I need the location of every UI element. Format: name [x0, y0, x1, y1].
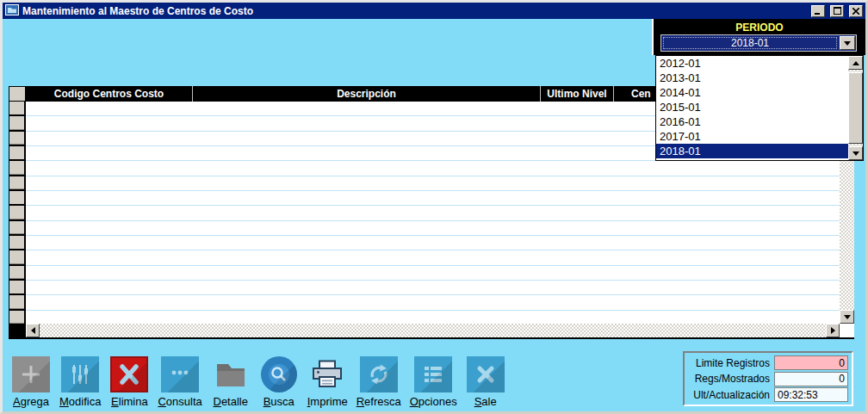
plus-icon — [12, 356, 50, 392]
dropdown-scroll-thumb[interactable] — [848, 72, 863, 144]
regs-mostrados-label: Regs/Mostrados — [688, 373, 774, 385]
sliders-icon — [61, 356, 99, 392]
exit-x-icon — [467, 356, 505, 392]
ult-actualizacion-field: 09:32:53 — [774, 387, 848, 402]
button-label: Busca — [264, 395, 294, 408]
periodo-option[interactable]: 2014-01 — [656, 85, 848, 100]
imprime-button[interactable]: Imprime — [307, 356, 348, 408]
scroll-down-button[interactable] — [840, 310, 854, 324]
horizontal-scroll-track[interactable] — [40, 324, 826, 337]
periodo-dropdown-button[interactable] — [840, 36, 855, 50]
column-header-codigo[interactable]: Codigo Centros Costo — [26, 86, 192, 102]
limite-registros-field: 0 — [774, 355, 848, 370]
app-window: Mantenimiento al Maestro de Centros de C… — [0, 0, 868, 414]
maximize-button[interactable] — [830, 5, 844, 17]
regs-mostrados-row: Regs/Mostrados 0 — [688, 372, 848, 386]
status-panel: Limite Registros 0 Regs/Mostrados 0 Ult/… — [683, 351, 853, 406]
detalle-button[interactable]: Detalle — [211, 356, 251, 408]
periodo-dropdown-list: 2012-012013-012014-012015-012016-012017-… — [655, 55, 864, 161]
dropdown-scroll-track[interactable] — [848, 70, 863, 146]
periodo-option[interactable]: 2016-01 — [656, 114, 848, 129]
periodo-option[interactable]: 2015-01 — [656, 100, 848, 114]
elimina-button[interactable]: Elimina — [109, 356, 149, 408]
close-icon — [852, 8, 859, 15]
button-label: Modifica — [59, 395, 101, 408]
dropdown-scroll-down-button[interactable] — [848, 146, 863, 160]
column-header-ultimo-nivel[interactable]: Ultimo Nivel — [540, 86, 613, 102]
periodo-selected-value: 2018-01 — [661, 35, 839, 51]
arrow-left-icon — [31, 327, 35, 334]
refresca-button[interactable]: Refresca — [356, 356, 401, 408]
button-label: Elimina — [111, 395, 148, 408]
close-button[interactable] — [849, 5, 863, 17]
consulta-button[interactable]: Consulta — [158, 356, 202, 408]
button-label: Consulta — [158, 395, 202, 408]
regs-mostrados-field: 0 — [774, 372, 848, 386]
scrollbar-corner-black — [9, 324, 26, 337]
column-header-descripcion[interactable]: Descripción — [192, 86, 540, 102]
periodo-option[interactable]: 2013-01 — [656, 71, 848, 85]
toolbar: Agrega Modifica Elimina Consulta — [11, 356, 505, 408]
printer-icon — [308, 356, 346, 392]
periodo-option[interactable]: 2017-01 — [656, 129, 848, 144]
sale-button[interactable]: Sale — [466, 356, 505, 408]
limite-registros-label: Limite Registros — [688, 357, 774, 369]
ult-actualizacion-label: Ult/Actualización — [688, 389, 774, 401]
arrow-up-icon — [852, 61, 859, 65]
title-bar: Mantenimiento al Maestro de Centros de C… — [3, 3, 865, 19]
ellipsis-icon — [161, 356, 199, 392]
busca-button[interactable]: Busca — [259, 356, 299, 408]
arrow-right-icon — [831, 327, 835, 334]
minimize-button[interactable] — [811, 5, 825, 17]
folder-icon — [5, 3, 19, 19]
grid-horizontal-scrollbar[interactable] — [9, 324, 840, 337]
arrow-down-icon — [852, 151, 859, 156]
button-label: Refresca — [356, 395, 401, 408]
opciones-button[interactable]: Opciones — [410, 356, 457, 408]
chevron-down-icon — [844, 41, 851, 46]
dropdown-scrollbar[interactable] — [848, 56, 863, 160]
limite-registros-row: Limite Registros 0 — [688, 355, 848, 370]
button-label: Sale — [474, 395, 497, 408]
agrega-button[interactable]: Agrega — [11, 356, 51, 408]
dropdown-scroll-up-button[interactable] — [848, 56, 863, 70]
minimize-icon — [815, 8, 822, 15]
search-icon — [261, 356, 297, 392]
delete-x-icon — [110, 356, 148, 392]
periodo-combobox[interactable]: 2018-01 — [660, 34, 857, 52]
ult-actualizacion-row: Ult/Actualización 09:32:53 — [688, 387, 848, 402]
periodo-option[interactable]: 2018-01 — [656, 144, 848, 158]
periodo-label: PERIODO — [654, 19, 865, 34]
options-list-icon — [414, 356, 452, 392]
window-title: Mantenimiento al Maestro de Centros de C… — [22, 5, 808, 17]
grid-corner-cell — [9, 86, 26, 102]
button-label: Detalle — [214, 395, 248, 408]
arrow-down-icon — [844, 315, 851, 319]
row-selector-column[interactable] — [9, 102, 26, 324]
periodo-options: 2012-012013-012014-012015-012016-012017-… — [656, 56, 848, 160]
button-label: Imprime — [307, 395, 348, 408]
refresh-icon — [360, 356, 398, 392]
scroll-left-button[interactable] — [26, 324, 40, 337]
scrollbar-corner-white — [840, 324, 854, 337]
button-label: Agrega — [13, 395, 49, 408]
scroll-right-button[interactable] — [826, 324, 840, 337]
folder-icon — [212, 356, 250, 392]
periodo-option[interactable]: 2012-01 — [656, 56, 848, 71]
maximize-icon — [834, 7, 841, 15]
button-label: Opciones — [410, 395, 457, 408]
modifica-button[interactable]: Modifica — [59, 356, 101, 408]
periodo-panel: PERIODO 2018-01 — [652, 19, 865, 55]
